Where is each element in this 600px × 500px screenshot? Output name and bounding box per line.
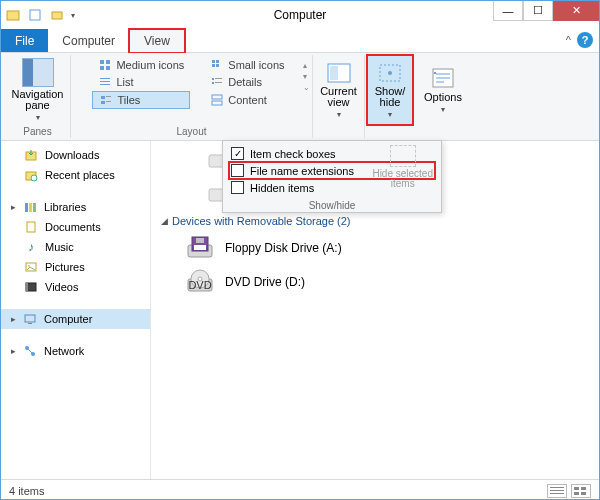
- svg-rect-20: [101, 101, 105, 104]
- collapse-icon[interactable]: ◢: [161, 216, 168, 226]
- chevron-down-icon: ▾: [337, 110, 341, 119]
- documents-icon: [23, 219, 39, 235]
- help-icon[interactable]: ?: [577, 32, 593, 48]
- sidebar-item-network[interactable]: ▸Network: [1, 341, 150, 361]
- expand-icon[interactable]: ▸: [11, 346, 16, 356]
- sidebar-item-recent[interactable]: Recent places: [1, 165, 150, 185]
- svg-rect-19: [106, 96, 111, 97]
- checkbox-checked-icon[interactable]: ✓: [231, 147, 244, 160]
- sidebar-item-documents[interactable]: Documents: [1, 217, 150, 237]
- layout-details[interactable]: Details: [204, 74, 290, 90]
- dvd-drive-item[interactable]: DVD DVD Drive (D:): [179, 265, 589, 299]
- qat-new-folder-icon[interactable]: [49, 7, 65, 23]
- show-hide-icon: [377, 62, 403, 84]
- svg-point-27: [388, 71, 392, 75]
- svg-rect-8: [216, 60, 219, 63]
- sidebar-item-videos[interactable]: Videos: [1, 277, 150, 297]
- options-icon: [430, 67, 456, 89]
- details-icon: [210, 75, 224, 89]
- layout-tiles[interactable]: Tiles: [92, 91, 190, 109]
- layout-list[interactable]: List: [92, 74, 190, 90]
- small-icons-icon: [210, 58, 224, 72]
- navigation-pane-label: Navigation pane: [12, 89, 64, 111]
- computer-tab[interactable]: Computer: [48, 29, 129, 52]
- downloads-icon: [23, 147, 39, 163]
- floppy-icon: [185, 235, 215, 261]
- gallery-down-icon[interactable]: ▾: [303, 72, 310, 81]
- navigation-pane-button[interactable]: Navigation pane ▾: [6, 55, 70, 125]
- gallery-more-icon[interactable]: ⌄: [303, 83, 310, 92]
- minimize-button[interactable]: —: [493, 1, 523, 21]
- window-title: Computer: [274, 8, 327, 22]
- layout-content[interactable]: Content: [204, 91, 290, 109]
- svg-point-32: [31, 175, 37, 181]
- dvd-icon: DVD: [185, 269, 215, 295]
- sidebar-item-computer[interactable]: ▸Computer: [1, 309, 150, 329]
- network-icon: [22, 343, 38, 359]
- expand-icon[interactable]: ▸: [11, 314, 16, 324]
- show-hide-dropdown: ✓ Item check boxes File name extensions …: [222, 140, 442, 213]
- minimize-ribbon-icon[interactable]: ^: [566, 34, 571, 46]
- svg-rect-60: [574, 487, 579, 490]
- app-icon: [5, 7, 21, 23]
- svg-rect-17: [215, 82, 222, 83]
- current-view-button[interactable]: Current view ▾: [314, 55, 363, 125]
- svg-rect-7: [212, 60, 215, 63]
- details-view-button[interactable]: [547, 484, 567, 498]
- svg-rect-35: [33, 203, 36, 212]
- music-icon: ♪: [23, 239, 39, 255]
- pictures-icon: [23, 259, 39, 275]
- svg-rect-34: [29, 203, 32, 212]
- gallery-up-icon[interactable]: ▴: [303, 61, 310, 70]
- svg-rect-29: [434, 72, 436, 74]
- svg-rect-33: [25, 203, 28, 212]
- show-hide-button[interactable]: Show/ hide ▾: [367, 55, 413, 125]
- svg-rect-59: [550, 493, 564, 494]
- svg-rect-21: [106, 101, 111, 102]
- medium-icons-icon: [98, 58, 112, 72]
- svg-rect-16: [212, 82, 214, 84]
- sidebar-item-libraries[interactable]: ▸Libraries: [1, 197, 150, 217]
- sidebar-item-pictures[interactable]: Pictures: [1, 257, 150, 277]
- navigation-pane-icon: [22, 58, 54, 87]
- svg-rect-0: [7, 11, 19, 20]
- layout-group-label: Layout: [176, 126, 206, 137]
- sidebar-item-music[interactable]: ♪Music: [1, 237, 150, 257]
- svg-rect-57: [550, 487, 564, 488]
- content-icon: [210, 93, 224, 107]
- options-button[interactable]: Options ▾: [418, 55, 468, 125]
- tiles-icon: [99, 93, 113, 107]
- layout-medium-icons[interactable]: Medium icons: [92, 57, 190, 73]
- svg-rect-23: [212, 101, 222, 105]
- devices-section-header[interactable]: ◢ Devices with Removable Storage (2): [161, 215, 589, 227]
- chevron-down-icon: ▾: [36, 113, 40, 122]
- checkbox-unchecked-icon[interactable]: [231, 164, 244, 177]
- view-tab[interactable]: View: [129, 29, 185, 53]
- svg-rect-3: [100, 60, 104, 64]
- qat-properties-icon[interactable]: [27, 7, 43, 23]
- checkbox-unchecked-icon[interactable]: [231, 181, 244, 194]
- large-icons-view-button[interactable]: [571, 484, 591, 498]
- svg-rect-11: [100, 78, 110, 79]
- svg-rect-4: [106, 60, 110, 64]
- svg-rect-9: [212, 64, 215, 67]
- sidebar-item-downloads[interactable]: Downloads: [1, 145, 150, 165]
- expand-icon[interactable]: ▸: [11, 202, 16, 212]
- floppy-drive-item[interactable]: Floppy Disk Drive (A:): [179, 231, 589, 265]
- svg-rect-6: [106, 66, 110, 70]
- maximize-button[interactable]: ☐: [523, 1, 553, 21]
- layout-gallery[interactable]: Medium icons Small icons List Details Ti…: [92, 55, 290, 109]
- file-tab[interactable]: File: [1, 29, 48, 52]
- current-view-icon: [326, 62, 352, 84]
- svg-rect-22: [212, 95, 222, 99]
- layout-small-icons[interactable]: Small icons: [204, 57, 290, 73]
- chevron-down-icon: ▾: [388, 110, 392, 119]
- svg-rect-51: [196, 238, 204, 243]
- svg-rect-42: [28, 323, 32, 324]
- panes-group-label: Panes: [23, 126, 51, 137]
- svg-rect-13: [100, 84, 110, 85]
- svg-rect-41: [25, 315, 35, 322]
- show-hide-group-label: Show/hide: [309, 200, 356, 211]
- qat-dropdown-icon[interactable]: ▾: [71, 11, 75, 20]
- close-button[interactable]: ✕: [553, 1, 599, 21]
